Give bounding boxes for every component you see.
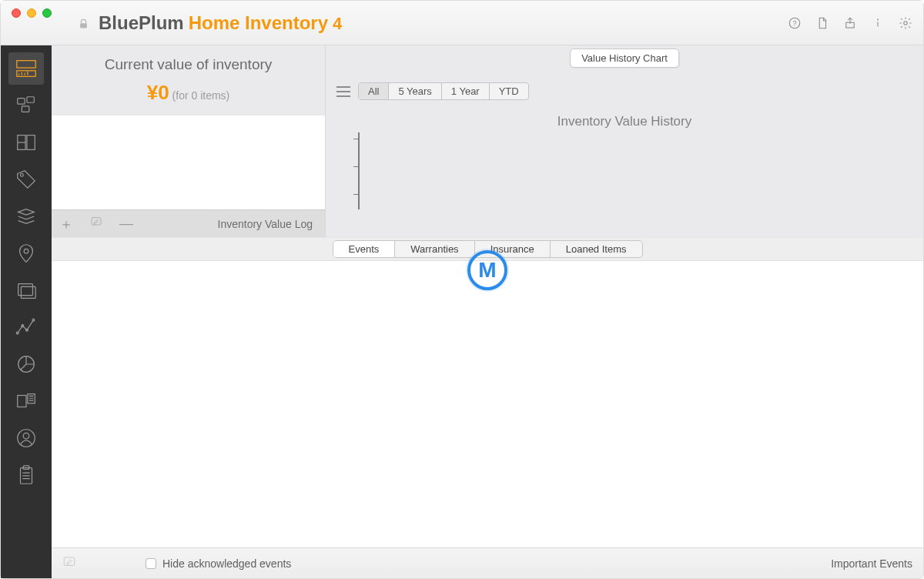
add-log-button[interactable]: ＋ [59,215,73,233]
svg-rect-16 [21,286,35,298]
svg-rect-29 [64,557,75,566]
summary-footer: ＋ — Inventory Value Log [52,209,325,237]
svg-rect-0 [80,23,87,28]
lock-icon [78,18,89,34]
chart-tick [353,139,360,139]
svg-rect-8 [18,99,25,105]
document-icon[interactable] [815,16,829,30]
app-name: BluePlum [99,12,184,34]
chart-controls: All 5 Years 1 Year YTD [336,82,912,100]
range-5years-button[interactable]: 5 Years [389,83,441,99]
remove-log-button[interactable]: — [119,216,133,232]
chart-panel: Value History Chart All 5 Years 1 Year Y… [326,45,923,237]
zoom-window-button[interactable] [42,8,52,18]
sidebar-item-inventory-lists[interactable] [8,385,44,417]
important-events-label: Important Events [831,557,912,570]
svg-rect-7 [17,71,35,77]
summary-title: Current value of inventory [52,56,325,73]
settings-gear-icon[interactable] [899,16,912,30]
svg-point-4 [877,19,879,21]
body: Current value of inventory ¥0 (for 0 ite… [1,45,923,547]
svg-rect-10 [22,106,28,112]
svg-rect-6 [17,61,35,68]
svg-rect-9 [27,97,34,103]
sidebar [1,45,52,547]
sidebar-item-clipboard[interactable] [8,459,44,491]
chart-y-axis [358,132,360,209]
watermark-icon: M [467,250,507,290]
sidebar-item-collections[interactable] [8,200,44,233]
sidebar-bottom [1,547,52,578]
chart-tab-label[interactable]: Value History Chart [570,49,679,68]
footer-edit-icon[interactable] [62,555,76,571]
chart-title: Inventory Value History [336,114,912,129]
svg-text:?: ? [792,19,796,27]
chart-tick [353,194,360,195]
summary-header: Current value of inventory ¥0 (for 0 ite… [52,45,325,115]
titlebar: BluePlum Home Inventory 4 ? [1,1,923,45]
minimize-window-button[interactable] [27,8,36,18]
chart-menu-icon[interactable] [336,86,350,97]
close-window-button[interactable] [12,8,21,18]
lower-panel: Events Warranties Insurance Loaned Items… [52,238,923,547]
app-title: BluePlum Home Inventory 4 [78,12,342,34]
sidebar-item-photos[interactable] [8,274,44,306]
sidebar-item-users[interactable] [8,422,44,454]
svg-rect-15 [18,284,33,296]
range-1year-button[interactable]: 1 Year [442,83,490,99]
help-button[interactable]: ? [788,16,802,30]
sidebar-item-dashboard[interactable] [8,52,44,85]
summary-log-label: Inventory Value Log [218,218,318,230]
edit-log-button[interactable] [90,216,102,232]
app-subtitle: Home Inventory [189,12,328,34]
range-ytd-button[interactable]: YTD [490,83,528,99]
tab-events[interactable]: Events [333,241,396,257]
hide-acknowledged-label: Hide acknowledged events [162,557,291,570]
sidebar-item-rooms[interactable] [8,126,44,159]
sidebar-item-locations[interactable] [8,237,44,269]
svg-rect-28 [92,218,101,225]
main: Current value of inventory ¥0 (for 0 ite… [52,45,923,547]
share-icon[interactable] [843,16,857,30]
footer: Hide acknowledged events Important Event… [52,547,923,578]
window-controls [12,8,52,18]
svg-point-13 [21,174,24,177]
toolbar-right: ? [788,1,912,45]
hide-acknowledged-checkbox[interactable] [146,558,156,569]
app-window: BluePlum Home Inventory 4 ? [0,0,924,579]
upper-panels: Current value of inventory ¥0 (for 0 ite… [52,45,923,238]
svg-point-25 [23,433,29,439]
sidebar-item-analytics[interactable] [8,311,44,343]
info-icon[interactable] [871,16,885,30]
summary-amount: ¥0 [147,81,169,105]
chart-tick [353,166,360,167]
svg-rect-12 [27,136,35,150]
summary-panel: Current value of inventory ¥0 (for 0 ite… [52,45,326,237]
summary-count: (for 0 items) [172,89,230,102]
tab-warranties[interactable]: Warranties [395,241,474,257]
range-all-button[interactable]: All [359,83,389,99]
sidebar-item-reports-pie[interactable] [8,348,44,380]
tab-loaned-items[interactable]: Loaned Items [551,241,642,257]
chart-area: Inventory Value History [336,114,912,214]
sidebar-item-items[interactable] [8,89,44,122]
chart-range-segmented: All 5 Years 1 Year YTD [358,82,529,100]
app-version: 4 [333,14,342,34]
sidebar-item-tags[interactable] [8,163,44,196]
svg-point-5 [904,22,908,25]
svg-rect-22 [18,396,26,407]
summary-list [52,115,325,209]
svg-point-14 [24,249,28,253]
